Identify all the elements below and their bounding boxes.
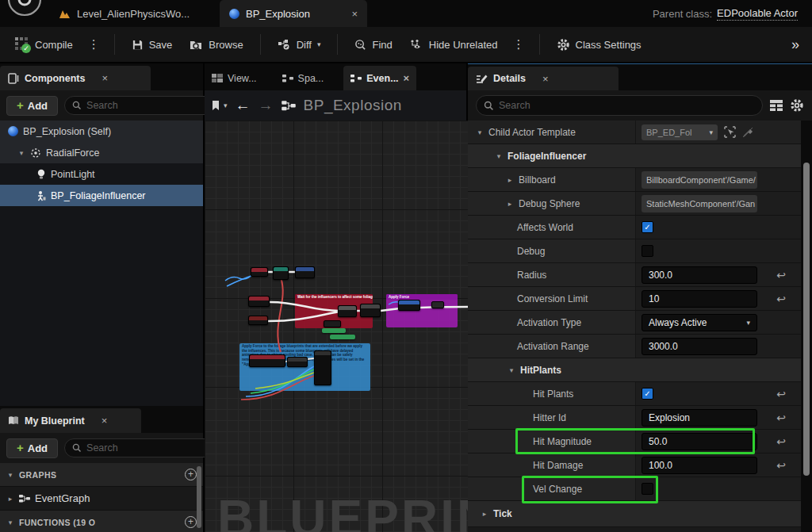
expand-arrow-icon: ▸ [481, 510, 488, 518]
unreal-logo-icon[interactable] [6, 0, 43, 17]
use-selected-icon[interactable] [724, 126, 736, 138]
components-search[interactable] [64, 96, 222, 115]
details-search-input[interactable] [499, 100, 755, 111]
expand-arrow-icon[interactable]: ▸ [6, 495, 14, 503]
my-blueprint-scrollbar[interactable] [197, 466, 201, 528]
compile-button[interactable]: ✓ Compile [8, 33, 80, 56]
expand-arrow-icon[interactable]: ▾ [17, 149, 25, 157]
reset-to-default-button[interactable]: ↩ [761, 287, 801, 310]
tab-construction-script[interactable]: Spa... [275, 66, 331, 90]
details-settings-gear-icon[interactable] [790, 98, 804, 113]
billboard-component-chip[interactable]: BillboardComponent'/Game/ [642, 171, 757, 189]
conversion-limit-input[interactable]: 10 [642, 290, 757, 308]
close-tab-icon[interactable]: × [102, 72, 108, 84]
reset-to-default-button[interactable]: ↩ [761, 430, 801, 453]
graph-node[interactable] [338, 305, 357, 317]
hit-plants-checkbox[interactable]: ✓ [642, 388, 653, 400]
chevron-down-icon[interactable]: ▾ [224, 101, 228, 109]
close-tab-icon[interactable]: × [351, 8, 358, 20]
close-tab-icon[interactable]: × [542, 73, 549, 85]
graph-node[interactable] [398, 300, 420, 311]
reset-to-default-button[interactable]: ↩ [761, 406, 801, 429]
graph-node[interactable] [249, 354, 285, 367]
hide-unrelated-options-menu[interactable]: ⋮ [508, 34, 530, 55]
browse-button[interactable]: Browse [182, 34, 250, 55]
parent-class-link[interactable]: EDPoolable Actor [717, 7, 798, 21]
graph-node[interactable] [251, 267, 268, 277]
tab-event-graph[interactable]: Even... × [343, 66, 416, 90]
find-button[interactable]: Find [347, 34, 399, 55]
class-settings-button[interactable]: Class Settings [550, 33, 649, 56]
hitter-id-input[interactable]: Explosion [642, 409, 757, 427]
graph-node[interactable] [287, 357, 308, 367]
graph-node[interactable] [295, 266, 315, 278]
tab-viewport[interactable]: View... [205, 66, 264, 90]
graph-pin-chip[interactable] [330, 335, 355, 339]
tree-item-pointlight[interactable]: PointLight [0, 163, 203, 185]
graph-node[interactable] [273, 266, 289, 280]
reset-to-default-button[interactable]: ↩ [761, 263, 801, 286]
tab-my-blueprint[interactable]: My Blueprint × [0, 408, 141, 433]
graph-node[interactable] [360, 304, 381, 317]
details-scrollbar-thumb[interactable] [803, 163, 810, 476]
child-actor-class-dropdown[interactable]: BP_ED_Fol ▾ [642, 124, 718, 140]
graph-node[interactable] [324, 320, 341, 327]
hide-unrelated-button[interactable]: Hide Unrelated [403, 34, 505, 55]
event-graph-label: EventGraph [35, 492, 90, 504]
affects-world-checkbox[interactable]: ✓ [642, 221, 653, 233]
components-search-input[interactable] [86, 100, 214, 111]
graph-node[interactable] [314, 350, 331, 385]
add-component-button[interactable]: + Add [6, 96, 58, 116]
add-blueprint-item-button[interactable]: + Add [6, 438, 58, 458]
tree-item-bp-explosion[interactable]: BP_Explosion (Self) [0, 121, 203, 142]
hit-damage-input[interactable]: 100.0 [642, 457, 757, 474]
activation-type-dropdown[interactable]: Always Active ▾ [642, 314, 757, 331]
activation-range-input[interactable]: 3000.0 [642, 338, 757, 355]
tab-bp-explosion[interactable]: BP_Explosion × [220, 0, 367, 27]
graph-breadcrumb[interactable]: BP_Explosion [304, 97, 402, 114]
debug-checkbox[interactable] [642, 245, 653, 257]
tab-components[interactable]: Components × [0, 66, 151, 90]
category-tick[interactable]: ▸ Tick [468, 501, 801, 527]
reset-to-default-button[interactable]: ↩ [761, 382, 801, 405]
graph-node[interactable] [431, 301, 444, 308]
tree-item-bp-foliageinfluencer[interactable]: BP_FoliageInfluencer [0, 185, 203, 206]
toolbar-overflow-button[interactable]: » [791, 36, 804, 53]
graph-node[interactable] [248, 316, 268, 325]
diff-button[interactable]: Diff ▾ [270, 34, 328, 55]
compile-options-menu[interactable]: ⋮ [83, 34, 105, 55]
details-scrollbar-track[interactable] [801, 121, 812, 532]
hit-magnitude-input[interactable]: 50.0 [642, 433, 757, 450]
reset-to-default-button[interactable]: ↩ [761, 454, 801, 477]
tree-item-radialforce[interactable]: ▾ RadialForce [0, 142, 203, 163]
graphs-section-header[interactable]: ▾ GRAPHS + [0, 463, 203, 487]
event-graph-canvas[interactable]: BLUEPRINT Wait for the influencers to af… [205, 121, 468, 532]
add-function-icon[interactable]: + [185, 516, 197, 528]
add-graph-icon[interactable]: + [185, 469, 197, 480]
category-foliageinfluencer[interactable]: ▾ FoliageInfluencer [468, 144, 801, 168]
graph-node[interactable] [248, 296, 270, 307]
event-graph-item[interactable]: ▸ EventGraph [0, 487, 203, 511]
nav-back-arrow[interactable]: ← [236, 97, 251, 114]
tab-level[interactable]: Level_AlienPhysicsWo... [49, 0, 219, 27]
my-blueprint-search-input[interactable] [86, 442, 214, 454]
eyedropper-icon[interactable] [742, 127, 753, 138]
vel-change-checkbox[interactable] [642, 483, 653, 495]
collapse-arrow-icon[interactable]: ▾ [476, 128, 484, 136]
my-blueprint-search[interactable] [64, 438, 222, 457]
radius-input[interactable]: 300.0 [642, 266, 757, 284]
save-button[interactable]: Save [124, 34, 180, 55]
details-search[interactable] [476, 95, 763, 116]
graph-pin-chip[interactable] [322, 328, 346, 333]
debug-sphere-component-chip[interactable]: StaticMeshComponent'/Gan [642, 195, 757, 212]
expand-arrow-icon[interactable]: ▸ [506, 176, 514, 184]
tab-details[interactable]: Details × [468, 67, 619, 90]
close-tab-icon[interactable]: × [404, 72, 410, 84]
category-hitplants[interactable]: ▾ HitPlants [468, 358, 801, 382]
functions-section-header[interactable]: ▾ FUNCTIONS (19 O + [0, 511, 203, 532]
display-options-icon[interactable] [770, 100, 783, 111]
nav-forward-arrow[interactable]: → [259, 97, 274, 114]
bookmark-icon[interactable] [211, 100, 220, 111]
close-tab-icon[interactable]: × [102, 415, 108, 427]
expand-arrow-icon[interactable]: ▸ [506, 200, 514, 208]
